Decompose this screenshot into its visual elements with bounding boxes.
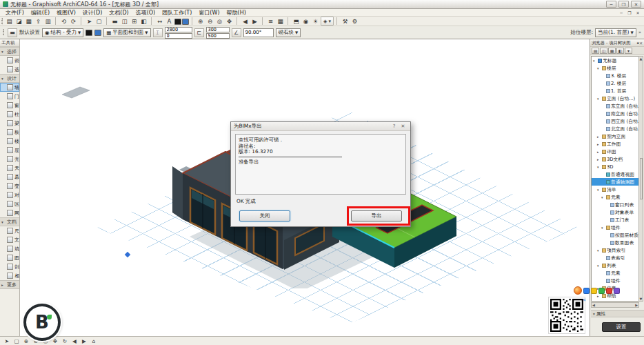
game-quick-icon[interactable] xyxy=(614,288,620,294)
expander-icon[interactable]: ▾ xyxy=(601,226,605,230)
tool-shell[interactable]: 壳体 xyxy=(0,155,19,164)
expander-icon[interactable]: ▾ xyxy=(597,165,601,169)
tree-item[interactable]: ▸ 室内立面 xyxy=(592,132,638,140)
pan-icon[interactable]: ✥ xyxy=(51,337,59,345)
dialog-close-icon[interactable]: ✕ xyxy=(399,124,407,129)
gear-icon[interactable]: ⚙ xyxy=(350,17,359,26)
expander-icon[interactable]: ▸ xyxy=(597,157,601,161)
menu-item[interactable]: 编辑(E) xyxy=(28,9,53,17)
tree-item[interactable]: ▾ 列表 xyxy=(592,262,638,269)
tree-item[interactable]: 1. 首层 xyxy=(592,87,638,95)
tree-item[interactable]: 普通透视图 xyxy=(592,170,638,178)
wall-thickness-input[interactable] xyxy=(206,27,230,32)
open-icon[interactable]: ◪ xyxy=(14,17,23,26)
scrollbar-thumb[interactable] xyxy=(640,158,643,199)
fit-view-icon[interactable]: ◎ xyxy=(215,17,224,26)
help-icon[interactable]: ? xyxy=(390,124,399,129)
tree-item[interactable]: ▸ 详图 xyxy=(592,148,638,155)
tree-item[interactable]: 3. 楼层 xyxy=(592,72,638,79)
wall-width-input[interactable] xyxy=(206,33,230,39)
tree-item[interactable]: 北立面 (自动...) xyxy=(592,125,638,132)
tree-item[interactable]: 东立面 (自动...) xyxy=(592,102,638,110)
tool-marquee[interactable]: 选取框 xyxy=(0,65,19,74)
tree-item[interactable]: 窗口列表 xyxy=(592,201,638,208)
toolbox-item[interactable]: ▾ 设计 xyxy=(0,74,19,83)
wall-icon[interactable]: ▬ xyxy=(110,17,119,26)
mail-quick-icon[interactable] xyxy=(583,288,590,294)
minimize-button[interactable]: ─ xyxy=(606,1,616,8)
separator[interactable] xyxy=(336,17,340,25)
tree-item[interactable]: 元素 xyxy=(592,269,638,277)
separator[interactable] xyxy=(192,17,195,25)
document-restore-button[interactable]: ❐ xyxy=(625,10,634,15)
menu-item[interactable]: 团队工作(T) xyxy=(159,9,195,17)
tool-section[interactable]: 剖面 xyxy=(0,262,19,271)
properties-section-header[interactable]: ▾ 属性 xyxy=(591,310,644,317)
tool-mesh[interactable]: 网面 xyxy=(0,208,19,217)
menu-item[interactable]: 窗口(W) xyxy=(195,9,223,17)
next-view-icon[interactable]: ▶ xyxy=(80,337,88,345)
menu-item[interactable]: 文件(F) xyxy=(2,9,28,17)
menu-item[interactable]: 文档(D) xyxy=(105,9,132,17)
settings-button[interactable]: 设置 xyxy=(602,322,641,332)
publish-icon[interactable]: ⇪ xyxy=(34,17,43,26)
tool-dimension[interactable]: 尺寸 xyxy=(0,226,19,235)
separator[interactable] xyxy=(288,17,291,25)
expander-icon[interactable]: ▸ xyxy=(597,135,601,139)
toolbox-item[interactable]: ▾ 选择 xyxy=(0,47,19,56)
arrow-icon[interactable]: ➤ xyxy=(85,17,94,26)
menu-item[interactable]: 帮助(H) xyxy=(223,9,250,17)
expander-icon[interactable]: ▾ xyxy=(597,248,601,253)
expander-icon[interactable]: ▾ xyxy=(601,195,605,199)
separator[interactable] xyxy=(55,17,59,25)
tree-item[interactable]: 对象表单 xyxy=(592,208,638,216)
collapse-arrows-icon[interactable]: « xyxy=(583,297,586,303)
tree-item[interactable]: 普通轴测图 xyxy=(592,178,638,186)
object-icon[interactable]: ◧ xyxy=(139,17,148,26)
scroll-down-icon[interactable]: ▼ xyxy=(639,297,643,301)
grid-snap-icon[interactable]: ▦ xyxy=(276,17,285,26)
tool-wall[interactable]: 墙 xyxy=(0,83,19,92)
tool-roof[interactable]: 屋顶 xyxy=(0,146,19,155)
scroll-left-icon[interactable]: ◀ xyxy=(592,303,595,307)
tree-item[interactable]: ▾ 组件 xyxy=(592,224,638,231)
dialog-titlebar[interactable]: 为BIMx导出 ? ✕ xyxy=(231,122,410,131)
tree-item[interactable]: ▸ 3D文档 xyxy=(592,155,638,163)
tree-horizontal-scrollbar[interactable]: ◀ ▶ xyxy=(591,302,639,308)
expander-icon[interactable]: ▾ xyxy=(593,59,597,63)
print-icon[interactable]: ▥ xyxy=(43,17,52,26)
tree-item[interactable]: 2. 楼层 xyxy=(592,79,638,87)
orbit-icon[interactable]: ↻ xyxy=(61,337,69,345)
download-quick-icon[interactable] xyxy=(606,288,612,294)
zoom-out-icon[interactable]: ⊖ xyxy=(205,17,214,26)
wall-structure-combo[interactable]: ◉ 结构 - 受力 ▼ xyxy=(42,28,83,37)
tree-item[interactable]: 数量图表 xyxy=(592,239,638,246)
new-icon[interactable]: ▤ xyxy=(5,17,14,26)
tool-morph[interactable]: 变形体 xyxy=(0,181,19,190)
toolbox-title[interactable]: 工具箱 xyxy=(0,39,19,47)
security-quick-icon[interactable] xyxy=(598,288,605,294)
window-icon[interactable]: ⊞ xyxy=(130,17,139,26)
plan-display-combo[interactable]: ▦ 平面图和剖面 ▼ xyxy=(103,28,150,37)
tree-item[interactable]: ▸ 工作图 xyxy=(592,140,638,148)
default-settings-label[interactable]: 默认设置 xyxy=(19,29,40,36)
document-close-button[interactable]: ✕ xyxy=(634,10,642,15)
toolbar-grip[interactable] xyxy=(1,18,4,25)
tree-item[interactable]: ▾ 元素 xyxy=(592,193,638,201)
tree-item[interactable]: ▾ 楼层 xyxy=(592,64,638,72)
close-button[interactable]: ✕ xyxy=(631,1,641,8)
wall-bottom-height-input[interactable] xyxy=(165,33,192,39)
camera-icon[interactable]: ◉ xyxy=(301,17,310,26)
expander-icon[interactable]: ▾ xyxy=(597,97,601,101)
save-icon[interactable]: ▦ xyxy=(24,17,33,26)
tool-arrow[interactable]: 箭头 xyxy=(0,56,19,65)
menu-item[interactable]: 设计(D) xyxy=(79,9,105,17)
next-view-icon[interactable]: ▶ xyxy=(250,17,259,26)
surface-color-chip[interactable] xyxy=(94,30,101,36)
expander-icon[interactable]: ▾ xyxy=(597,188,601,192)
tree-item[interactable]: 南立面 (自动...) xyxy=(592,110,638,117)
project-map-icon[interactable]: ▤ xyxy=(592,48,599,54)
tool-beam[interactable]: 梁 xyxy=(0,119,19,128)
tree-item[interactable]: 按图层材质列表 xyxy=(592,231,638,239)
tree-item[interactable]: ▾ 3D xyxy=(592,163,638,170)
